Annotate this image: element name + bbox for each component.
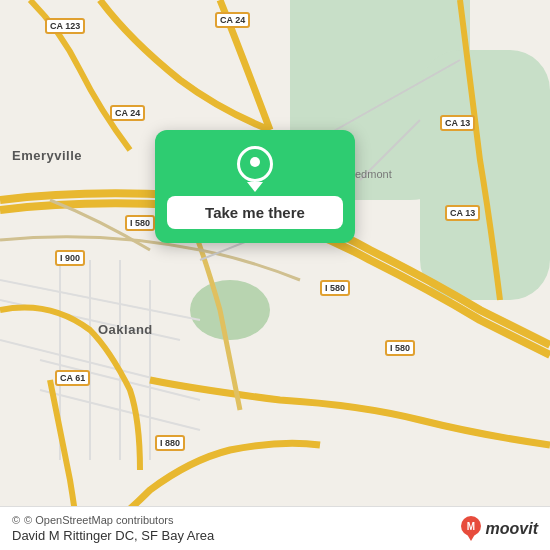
road-badge-ca123: CA 123 [45, 18, 85, 34]
pin-tail [247, 182, 263, 192]
location-title: David M Rittinger DC, SF Bay Area [12, 528, 214, 543]
road-badge-i900: I 900 [55, 250, 85, 266]
road-badge-ca13-top: CA 13 [440, 115, 475, 131]
city-label-oakland: Oakland [98, 322, 153, 337]
moovit-text: moovit [486, 520, 538, 538]
pin-dot [250, 157, 260, 167]
pin-circle [237, 146, 273, 182]
road-badge-i580-right: I 580 [385, 340, 415, 356]
road-badge-ca24-mid: CA 24 [110, 105, 145, 121]
bottom-bar: © © OpenStreetMap contributors David M R… [0, 506, 550, 550]
city-label-piedmont: edmont [355, 168, 392, 180]
road-badge-ca13-bot: CA 13 [445, 205, 480, 221]
attribution-text: © OpenStreetMap contributors [24, 514, 173, 526]
copyright-symbol: © [12, 514, 20, 526]
attribution: © © OpenStreetMap contributors [12, 514, 214, 526]
popup-card: Take me there [155, 130, 355, 243]
svg-text:M: M [466, 521, 474, 532]
map-container: CA 123 CA 24 CA 24 I 580 I 580 I 580 I 9… [0, 0, 550, 550]
road-badge-i880: I 880 [155, 435, 185, 451]
location-pin [235, 146, 275, 186]
road-network [0, 0, 550, 550]
road-badge-i580-mid: I 580 [320, 280, 350, 296]
moovit-logo: M moovit [460, 515, 538, 543]
road-badge-ca24-top: CA 24 [215, 12, 250, 28]
road-badge-i580-left: I 580 [125, 215, 155, 231]
moovit-pin-icon: M [460, 515, 482, 543]
take-me-there-button[interactable]: Take me there [167, 196, 343, 229]
city-label-emeryville: Emeryville [12, 148, 82, 163]
road-badge-ca61: CA 61 [55, 370, 90, 386]
svg-line-0 [0, 280, 200, 320]
svg-marker-13 [465, 531, 477, 541]
